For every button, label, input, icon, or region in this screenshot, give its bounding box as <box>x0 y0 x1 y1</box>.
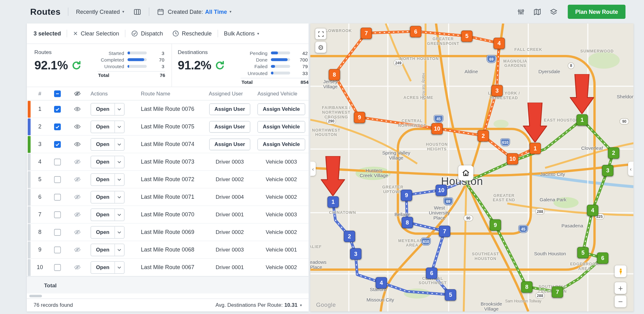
chevron-down-icon: ▾ <box>122 10 124 14</box>
row-checkbox[interactable] <box>54 229 61 236</box>
stat-value: 3 <box>150 51 164 56</box>
row-number: 2 <box>32 123 48 130</box>
row-checkbox[interactable] <box>54 176 61 183</box>
open-route-button[interactable]: Open <box>91 191 125 203</box>
clear-selection-button[interactable]: ✕ Clear Selection <box>73 30 119 37</box>
stat-row: Failed 79 <box>241 63 308 69</box>
route-name: Last Mile Route 0073 <box>137 159 206 165</box>
eye-off-icon[interactable] <box>74 211 81 218</box>
eye-off-icon[interactable] <box>74 246 81 253</box>
sort-dropdown[interactable]: Recently Created ▾ <box>76 8 124 15</box>
row-checkbox[interactable] <box>54 159 61 165</box>
stat-bar <box>271 72 290 74</box>
assign-user-button[interactable]: Assign User <box>209 103 251 115</box>
reschedule-button[interactable]: Reschedule <box>172 30 212 37</box>
row-checkbox[interactable] <box>54 246 61 253</box>
open-route-button[interactable]: Open <box>91 226 125 238</box>
assign-user-button[interactable]: Assign User <box>209 121 251 133</box>
columns-icon[interactable] <box>133 8 141 16</box>
eye-icon[interactable] <box>74 141 81 148</box>
fullscreen-button[interactable] <box>315 29 326 40</box>
eye-off-icon[interactable] <box>74 229 81 236</box>
route-name: Last Mile Route 0074 <box>137 141 206 147</box>
open-route-button[interactable]: Open <box>91 261 125 273</box>
route-color-indicator <box>28 136 31 153</box>
assign-vehicle-button[interactable]: Assign Vehicle <box>257 103 305 115</box>
route-name: Last Mile Route 0075 <box>137 123 206 130</box>
pegman-street-view[interactable] <box>615 265 626 277</box>
assign-vehicle-button[interactable]: Assign Vehicle <box>257 121 305 133</box>
sort-dropdown-label: Recently Created <box>76 8 120 15</box>
routes-percent: 92.1% <box>34 59 68 73</box>
assigned-user-value: Driver 0004 <box>205 194 254 200</box>
routes-panel: 3 selected ✕ Clear Selection Dispatch Re… <box>27 24 308 311</box>
eye-off-icon[interactable] <box>74 264 81 271</box>
stat-row: Pending 42 <box>241 50 308 56</box>
eye-off-icon[interactable] <box>74 176 81 183</box>
eye-icon[interactable] <box>74 106 81 113</box>
row-number: 5 <box>32 176 48 182</box>
divider <box>149 8 149 16</box>
stat-bar <box>127 58 147 61</box>
assign-user-button[interactable]: Assign User <box>209 138 251 150</box>
divider <box>125 30 125 37</box>
open-route-button[interactable]: Open <box>91 120 125 133</box>
row-checkbox[interactable] <box>54 106 61 112</box>
map-view-icon[interactable] <box>533 8 541 16</box>
app-root: Routes Recently Created ▾ Created Date: … <box>0 0 644 314</box>
row-checkbox[interactable] <box>54 141 61 148</box>
row-checkbox[interactable] <box>54 211 61 218</box>
open-route-button[interactable]: Open <box>91 173 125 186</box>
row-number: 9 <box>32 246 48 253</box>
chevron-down-icon <box>115 244 124 256</box>
open-route-button[interactable]: Open <box>91 138 125 150</box>
open-route-button[interactable]: Open <box>91 155 125 168</box>
eye-off-icon[interactable] <box>74 158 81 165</box>
row-number: 6 <box>32 194 48 200</box>
table-row: 8 Open Last Mile Route 0069 Driver 0002 … <box>27 224 308 241</box>
stat-value: 700 <box>293 57 308 62</box>
open-route-button[interactable]: Open <box>91 243 125 256</box>
collapse-right-panel-tab[interactable]: ‹ <box>628 162 633 176</box>
destinations-stats: Destinations 91.2% Pending 42 Done 700 F… <box>171 44 308 87</box>
map-canvas[interactable]: WILLOWBROOKGREATER GREENSPOINTNORTH HOUS… <box>310 24 634 311</box>
zoom-in-button[interactable]: + <box>615 282 626 294</box>
table-row: 9 Open Last Mile Route 0068 Driver 0003 … <box>27 241 308 259</box>
open-route-button[interactable]: Open <box>91 208 125 221</box>
created-date-filter[interactable]: Created Date: All Time ▾ <box>168 8 231 15</box>
layers-icon[interactable] <box>550 8 558 16</box>
calendar-icon <box>157 8 164 15</box>
plan-new-route-button[interactable]: Plan New Route <box>568 5 625 19</box>
visibility-all-icon[interactable] <box>74 90 81 97</box>
route-name: Last Mile Route 0072 <box>137 176 206 182</box>
open-route-button[interactable]: Open <box>91 103 125 115</box>
chevron-down-icon <box>115 121 124 133</box>
map-settings-gear-icon[interactable]: ⚙ <box>315 42 326 53</box>
col-route-name: Route Name <box>137 91 206 97</box>
eye-icon[interactable] <box>74 123 81 130</box>
stat-row: Started 3 <box>97 50 165 56</box>
route-color-indicator <box>28 189 31 205</box>
route-color-indicator <box>28 259 31 276</box>
depot-home-button[interactable] <box>458 165 473 181</box>
assign-vehicle-button[interactable]: Assign Vehicle <box>257 138 305 150</box>
eye-off-icon[interactable] <box>74 193 81 201</box>
scrollbar-thumb[interactable] <box>29 295 42 297</box>
stat-bar <box>271 51 290 54</box>
route-settings-icon[interactable] <box>517 8 525 16</box>
row-checkbox[interactable] <box>54 194 61 200</box>
route-color-indicator <box>28 118 31 135</box>
collapse-left-panel-tab[interactable]: ‹ <box>310 162 316 176</box>
stat-value: 42 <box>293 51 308 56</box>
dispatch-button[interactable]: Dispatch <box>131 30 163 37</box>
stat-row: Done 700 <box>241 57 308 63</box>
bulk-actions-dropdown[interactable]: Bulk Actions ▾ <box>224 30 259 37</box>
stat-total-row: Total 854 <box>241 78 308 84</box>
zoom-out-button[interactable]: − <box>615 295 626 307</box>
avg-destinations-dropdown[interactable]: Avg. Destinations Per Route: 10.31 ▾ <box>215 302 302 308</box>
row-checkbox[interactable] <box>54 264 61 271</box>
select-all-checkbox[interactable] <box>54 90 61 97</box>
horizontal-scrollbar[interactable] <box>27 294 308 299</box>
row-checkbox[interactable] <box>54 123 61 130</box>
created-date-label: Created Date: <box>168 8 203 15</box>
